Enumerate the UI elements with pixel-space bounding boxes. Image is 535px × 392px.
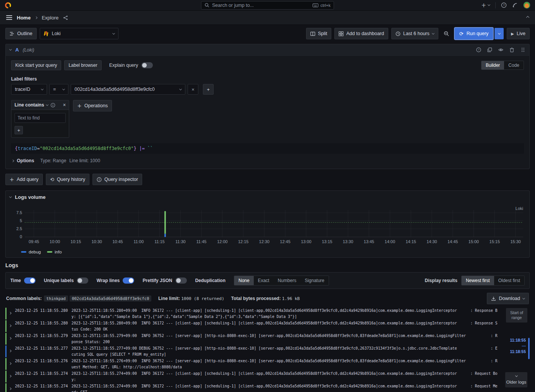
filter-label-select[interactable]: traceID bbox=[11, 84, 47, 95]
expand-log-row-icon[interactable] bbox=[9, 383, 15, 392]
menu-toggle-icon[interactable] bbox=[6, 15, 12, 20]
collapse-query-icon[interactable] bbox=[9, 48, 12, 51]
logs-volume-chart[interactable]: 02.557.509:4510:0010:1510:3010:4511:0011… bbox=[10, 205, 525, 247]
download-button[interactable]: Download bbox=[487, 293, 529, 304]
drag-handle-icon[interactable] bbox=[520, 47, 525, 52]
add-query-button[interactable]: + Add query bbox=[5, 174, 43, 185]
user-avatar[interactable] bbox=[523, 2, 530, 9]
hide-response-eye-icon[interactable] bbox=[498, 47, 503, 52]
legend-item-info[interactable]: info bbox=[47, 250, 62, 254]
svg-text:2.5: 2.5 bbox=[16, 226, 22, 231]
log-level-indicator bbox=[5, 320, 6, 332]
toggle-switch[interactable] bbox=[175, 277, 187, 284]
filter-value-select[interactable]: 002cd14a3da5a5d6d4958d8ff3e9cfc0 bbox=[71, 84, 185, 95]
expand-log-row-icon[interactable] bbox=[9, 333, 15, 345]
expand-log-row-icon[interactable] bbox=[9, 371, 15, 382]
toggle-label: Time bbox=[10, 278, 21, 283]
log-message: 2023-12-25T11:18:55.274+09:00 INFO 36172… bbox=[71, 383, 498, 392]
datasource-picker[interactable]: Loki bbox=[40, 28, 118, 39]
chevron-down-icon[interactable] bbox=[46, 103, 49, 106]
common-label-badge: 002cd14a3da5a5d6d4958d8ff3e9cfc0 bbox=[70, 295, 151, 302]
collapse-section-icon[interactable] bbox=[9, 195, 12, 198]
operation-title: Line contains bbox=[15, 102, 44, 108]
chevron-down-icon bbox=[112, 32, 115, 34]
live-button[interactable]: ▶ Live bbox=[507, 28, 530, 39]
log-level-indicator bbox=[5, 333, 6, 345]
option-signature[interactable]: Signature bbox=[300, 276, 328, 285]
log-row[interactable]: 2023-12-25 11:18:55.2772023-12-25T11:18:… bbox=[5, 345, 498, 358]
split-button[interactable]: Split bbox=[306, 28, 331, 39]
grafana-logo-icon[interactable] bbox=[5, 2, 11, 9]
toggle-prettify-json: Prettify JSON bbox=[143, 277, 186, 284]
apps-grid-icon bbox=[339, 31, 344, 36]
breadcrumb-home[interactable]: Home bbox=[17, 15, 31, 21]
query-history-button[interactable]: ⟲ Query history bbox=[46, 174, 89, 185]
option-builder[interactable]: Builder bbox=[481, 61, 504, 69]
search-input[interactable] bbox=[212, 3, 310, 8]
log-row[interactable]: 2023-12-25 11:18:55.2742023-12-25T11:18:… bbox=[5, 383, 498, 392]
add-to-dashboard-button[interactable]: Add to dashboard bbox=[334, 28, 388, 39]
log-row[interactable]: 2023-12-25 11:18:55.2742023-12-25T11:18:… bbox=[5, 370, 498, 383]
history-icon: ⟲ bbox=[50, 177, 54, 182]
run-query-dropdown[interactable] bbox=[494, 28, 504, 39]
operations-button[interactable]: + Operations bbox=[73, 100, 112, 111]
log-row[interactable]: 2023-12-25 11:18:55.2762023-12-25T11:18:… bbox=[5, 358, 498, 370]
run-query-button[interactable]: ⟳ Run query bbox=[455, 28, 493, 39]
collapse-caret-icon[interactable] bbox=[526, 16, 529, 19]
svg-text:13:30: 13:30 bbox=[343, 239, 353, 244]
log-row[interactable]: 2023-12-25 11:18:55.2802023-12-25T11:18:… bbox=[5, 307, 498, 320]
expand-log-row-icon[interactable] bbox=[9, 358, 15, 370]
filter-operator-select[interactable]: = bbox=[49, 84, 68, 95]
toggle-switch[interactable] bbox=[24, 277, 36, 284]
option-oldest-first[interactable]: Oldest first bbox=[494, 276, 524, 285]
expand-log-row-icon[interactable] bbox=[9, 320, 15, 332]
log-row[interactable]: 2023-12-25 11:18:55.2792023-12-25T11:18:… bbox=[5, 332, 498, 345]
search-icon bbox=[204, 3, 209, 8]
toggle-switch[interactable] bbox=[123, 277, 134, 284]
remove-filter-button[interactable]: × bbox=[188, 84, 198, 95]
option-code[interactable]: Code bbox=[504, 61, 524, 69]
expand-log-row-icon[interactable] bbox=[9, 308, 15, 319]
new-button[interactable]: + bbox=[481, 2, 490, 9]
expand-log-row-icon[interactable] bbox=[9, 345, 15, 357]
zoom-out-button[interactable] bbox=[441, 28, 452, 39]
option-exact[interactable]: Exact bbox=[254, 276, 274, 285]
query-inspector-button[interactable]: Query inspector bbox=[92, 174, 142, 185]
news-rss-icon[interactable] bbox=[512, 2, 518, 8]
global-search[interactable]: ctrl+k bbox=[201, 1, 334, 10]
older-logs-button[interactable]: Older logs bbox=[505, 372, 527, 387]
delete-query-trash-icon[interactable] bbox=[509, 47, 514, 52]
time-range-picker[interactable]: Last 6 hours bbox=[391, 28, 438, 39]
option-newest-first[interactable]: Newest first bbox=[462, 276, 494, 285]
operation-info-icon[interactable] bbox=[50, 103, 55, 108]
svg-text:13:00: 13:00 bbox=[301, 239, 311, 244]
log-minimap-scrollbar[interactable] bbox=[528, 338, 530, 359]
option-none[interactable]: None bbox=[234, 276, 254, 285]
query-row-header[interactable]: A (Loki) ? bbox=[6, 44, 529, 56]
remove-operation-icon[interactable]: × bbox=[63, 102, 66, 108]
text-to-find-input[interactable] bbox=[15, 113, 66, 123]
log-row[interactable]: 2023-12-25 11:18:55.2802023-12-25T11:18:… bbox=[5, 320, 498, 332]
line-limit-label: Line limit: bbox=[158, 296, 180, 301]
add-filter-button[interactable]: + bbox=[203, 84, 214, 95]
option-numbers[interactable]: Numbers bbox=[274, 276, 301, 285]
add-operation-param-button[interactable]: + bbox=[15, 126, 23, 134]
explain-query-toggle[interactable] bbox=[141, 62, 153, 68]
toggle-switch[interactable] bbox=[77, 277, 88, 284]
explore-toolbar: Outline Loki Split bbox=[0, 25, 535, 42]
add-query-label: Add query bbox=[17, 177, 39, 182]
logs-volume-header[interactable]: Logs volume bbox=[10, 194, 525, 200]
start-of-range-label: Start of range bbox=[506, 308, 527, 323]
chevron-down-icon bbox=[179, 87, 182, 90]
logs-volume-panel: Logs volume Loki 02.557.509:4510:0010:15… bbox=[5, 190, 530, 258]
query-options-row[interactable]: Options Type: Range Line limit: 1000 bbox=[11, 158, 524, 163]
duplicate-query-icon[interactable] bbox=[487, 47, 492, 52]
outline-button[interactable]: Outline bbox=[5, 28, 37, 39]
share-icon[interactable] bbox=[63, 15, 68, 20]
kick-start-button[interactable]: Kick start your query bbox=[11, 60, 61, 70]
legend-item-debug[interactable]: debug bbox=[21, 250, 41, 254]
query-token: |= bbox=[139, 146, 144, 151]
label-browser-button[interactable]: Label browser bbox=[64, 60, 101, 70]
query-help-icon[interactable]: ? bbox=[476, 47, 481, 52]
help-icon[interactable]: ? bbox=[501, 2, 507, 8]
